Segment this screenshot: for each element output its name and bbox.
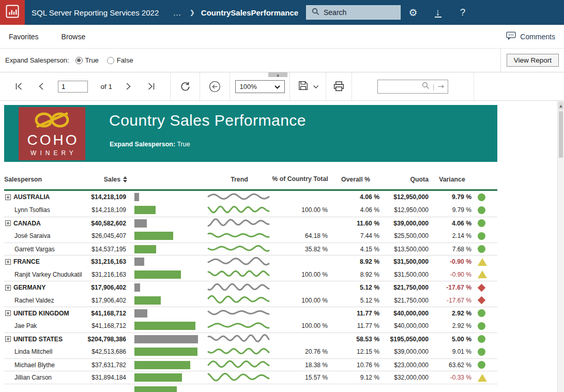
report-parameter-echo: Expand Salesperson: True (110, 141, 190, 148)
col-header-variance: Variance (431, 176, 474, 183)
radio-true[interactable]: True (75, 56, 99, 64)
variance-value: 2.92 % (431, 310, 474, 317)
pct-country-total-value: 18.38 % (270, 361, 330, 369)
variance-value: 5.00 % (431, 336, 474, 343)
help-icon[interactable]: ? (450, 0, 475, 25)
back-to-parent-button[interactable] (207, 79, 222, 94)
next-page-button[interactable] (125, 81, 133, 92)
overall-pct-value: 11.77 % (330, 310, 382, 317)
salesperson-cell: FRANCE (4, 258, 87, 265)
sales-bar-cell (128, 373, 208, 382)
settings-gear-icon[interactable]: ⚙ (401, 0, 425, 25)
quota-value: $12,950,000 (382, 193, 431, 201)
salesperson-cell: UNITED KINGDOM (4, 310, 87, 317)
coho-winery-logo: COHO WINERY (19, 107, 85, 160)
overall-pct-value: 4.06 % (330, 193, 382, 201)
save-export-button[interactable] (297, 79, 310, 94)
table-row: Linda Mitchell$42,513,68620.76 %12.15 %$… (4, 345, 497, 358)
radio-true-label: True (85, 56, 99, 64)
col-header-salesperson: Salesperson (4, 176, 87, 183)
sales-bar-cell (128, 232, 208, 240)
print-button[interactable] (332, 80, 346, 93)
vertical-scrollbar[interactable]: ▲ (557, 101, 564, 392)
variance-value: 9.79 % (431, 193, 474, 201)
ssrs-home-logo[interactable] (0, 0, 25, 25)
comments-button[interactable]: Comments (506, 32, 555, 41)
country-name: CANADA (13, 220, 41, 227)
app-title[interactable]: SQL Server Reporting Services 2022 (32, 8, 159, 17)
sales-value: $14,218,109 (87, 193, 128, 201)
green-circle-icon (478, 206, 485, 214)
expand-toggle-icon[interactable] (5, 285, 11, 291)
first-page-button[interactable] (13, 81, 24, 92)
table-row: CANADA$40,582,60211.60 %$39,000,0004.06 … (4, 217, 497, 230)
trend-sparkline (208, 230, 270, 242)
expand-toggle-icon[interactable] (5, 194, 11, 200)
save-menu-chevron-icon[interactable] (313, 82, 319, 91)
sales-value: $31,216,163 (87, 271, 128, 278)
tab-browse[interactable]: Browse (62, 33, 86, 41)
red-diamond-icon (478, 296, 486, 305)
salesperson-cell: José Saraiva (4, 232, 87, 239)
parameter-collapse-handle[interactable]: ▲ (268, 72, 287, 77)
parameter-bar: Expand Salesperson: True False View Repo… (0, 49, 564, 72)
header-search-input[interactable]: Search (306, 5, 401, 20)
salesperson-cell: GERMANY (4, 284, 87, 291)
overall-pct-value: 10.76 % (330, 361, 382, 369)
salesperson-name: Linda Mitchell (14, 348, 52, 355)
refresh-button[interactable] (178, 80, 192, 94)
expand-toggle-icon[interactable] (5, 220, 11, 226)
last-page-button[interactable] (146, 81, 157, 92)
sort-icon[interactable] (123, 176, 127, 183)
breadcrumb-ellipsis[interactable]: ... (173, 8, 181, 17)
green-circle-icon (478, 335, 485, 343)
scrollbar-up-arrow[interactable]: ▲ (558, 102, 563, 110)
overall-pct-value: 8.92 % (330, 271, 382, 278)
find-search-icon[interactable] (422, 82, 430, 92)
report-banner: COHO WINERY Country Sales Performance Ex… (4, 105, 497, 162)
radio-true-dot[interactable] (75, 57, 83, 64)
tab-favorites[interactable]: Favorites (9, 33, 39, 41)
col-header-sales[interactable]: Sales (87, 176, 128, 183)
expand-toggle-icon[interactable] (5, 259, 11, 265)
previous-page-button[interactable] (37, 81, 45, 92)
indicator-cell (474, 232, 497, 240)
report-table: Salesperson Sales Trend % of Country Tot… (4, 170, 497, 392)
sales-bar (134, 361, 190, 369)
download-icon[interactable]: ↓ (425, 0, 450, 25)
sales-value: $31,216,163 (87, 258, 128, 265)
sales-bar-cell (128, 335, 208, 343)
radio-false[interactable]: False (107, 56, 133, 64)
expand-toggle-icon[interactable] (5, 336, 11, 342)
sales-bar-cell (128, 206, 208, 214)
salesperson-cell: Jillian Carson (4, 374, 87, 381)
find-next-arrow-icon[interactable]: → (437, 82, 444, 91)
find-text-input[interactable] (382, 82, 419, 91)
page-number-input[interactable] (58, 81, 88, 93)
indicator-cell (474, 322, 497, 330)
quota-value: $39,000,000 (382, 348, 431, 355)
sales-value: $26,045,407 (87, 232, 128, 239)
sales-value: $14,537,195 (87, 246, 128, 253)
indicator-cell (474, 374, 497, 382)
radio-false-dot[interactable] (107, 57, 114, 64)
zoom-select[interactable]: 100% (235, 80, 285, 93)
trend-sparkline (208, 346, 270, 358)
overall-pct-value: 4.06 % (330, 206, 382, 214)
table-row: Rachel Valdez$17,906,402100.00 %5.12 %$2… (4, 294, 497, 307)
salesperson-name: Michael Blythe (14, 361, 55, 369)
find-text-box[interactable]: | → (377, 80, 448, 94)
quota-value: $39,000,000 (382, 220, 431, 227)
expand-toggle-icon[interactable] (5, 310, 11, 316)
salesperson-cell: UNITED STATES (4, 336, 87, 343)
sales-bar (134, 206, 156, 214)
trend-sparkline (208, 217, 270, 229)
table-row (4, 384, 497, 392)
sales-bar (134, 219, 147, 228)
scrollbar-thumb[interactable] (559, 111, 563, 158)
sales-bar-cell (128, 361, 208, 369)
logo-text-coho: COHO (25, 133, 79, 147)
country-name: AUSTRALIA (13, 193, 50, 201)
pct-country-total-value: 35.82 % (270, 246, 330, 253)
view-report-button[interactable]: View Report (507, 54, 559, 67)
